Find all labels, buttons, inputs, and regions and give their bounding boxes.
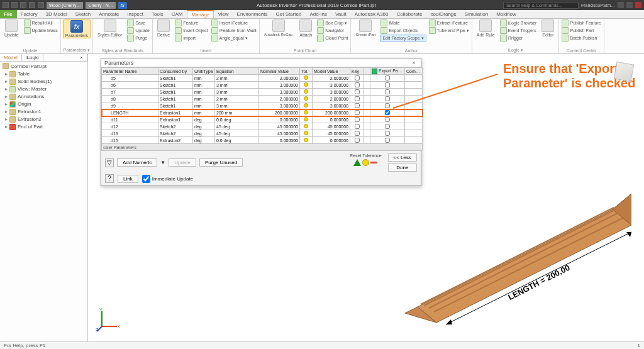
ribbon-tab-coolorange[interactable]: coolOrange <box>426 10 460 18</box>
publish-feature-button[interactable]: Publish Feature <box>561 19 601 26</box>
extract-ifeature-button[interactable]: Extract iFeature <box>428 19 470 26</box>
tree-node[interactable]: ▸Solid Bodies(1) <box>4 78 87 86</box>
key-checkbox[interactable] <box>355 124 360 129</box>
user-chip[interactable]: FranciscoPSim… <box>581 3 615 8</box>
col-header[interactable]: Parameter Name <box>102 68 158 75</box>
export-parameter-checkbox[interactable] <box>385 75 390 80</box>
ribbon-tab-environments[interactable]: Environments <box>233 10 272 18</box>
key-checkbox[interactable] <box>355 96 360 101</box>
key-checkbox[interactable] <box>355 89 360 94</box>
tree-node[interactable]: ▸End of Part <box>4 123 87 131</box>
key-checkbox[interactable] <box>355 82 360 87</box>
table-row[interactable]: d8Sketch1mm2 mm2.0000002.000000 <box>102 96 423 102</box>
tree-node[interactable]: ▸View: Master <box>4 86 87 93</box>
help-icon[interactable]: ? <box>105 174 114 183</box>
import-button[interactable]: Import <box>174 35 209 42</box>
add-numeric-button[interactable]: Add Numeric <box>117 158 157 167</box>
navigator-button[interactable]: Navigator <box>316 27 348 34</box>
ribbon-tab-annotate[interactable]: Annotate <box>95 10 123 18</box>
col-header[interactable]: Consumed by <box>158 68 193 75</box>
ribbon-tab-sketch[interactable]: Sketch <box>72 10 95 18</box>
minimize-icon[interactable] <box>618 2 624 8</box>
tree-node[interactable]: ▸Origin <box>4 101 87 108</box>
cloud-point-button[interactable]: Cloud Point <box>316 35 348 42</box>
col-header[interactable]: Model Value <box>313 68 350 75</box>
styles-editor-button[interactable]: Styles Editor <box>95 19 125 37</box>
col-header[interactable]: Commen <box>405 68 423 75</box>
qat-undo-icon[interactable] <box>20 2 26 8</box>
table-row[interactable]: d7Sketch1mm3 mm3.0000003.000000 <box>102 89 423 96</box>
help-search-input[interactable]: Search Help & Commands… <box>503 2 579 9</box>
table-row[interactable]: d13Sketch2deg45 deg45.00000045.000000 <box>102 130 423 137</box>
table-row[interactable]: LENGTHExtrusion1mm200 mm200.000000200.00… <box>102 109 423 116</box>
attach-button[interactable]: Attach <box>297 19 314 37</box>
col-header[interactable]: Equation <box>215 68 259 75</box>
qat-redo-icon[interactable] <box>29 2 35 8</box>
export-objects-button[interactable]: Export Objects <box>380 27 426 34</box>
angle-equal-dropdown[interactable]: Angle_equal ▾ <box>211 35 257 42</box>
export-parameter-checkbox[interactable] <box>385 89 390 94</box>
table-row[interactable]: d11Extrusion1deg0.0 deg0.0000000.000000 <box>102 116 423 123</box>
ribbon-tab-add-ins[interactable]: Add-Ins <box>306 10 331 18</box>
tree-node[interactable]: ▸Table <box>4 70 87 78</box>
tube-pipe-button[interactable]: Tube and Pipe ▾ <box>428 27 470 34</box>
ribbon-tab-factory[interactable]: Factory <box>17 10 42 18</box>
tree-node[interactable]: ▸Extrusion1 <box>4 108 87 116</box>
ribbon-tab-vault[interactable]: Vault <box>331 10 351 18</box>
qat-app-icon[interactable] <box>3 2 9 8</box>
material-dropdown-1[interactable]: Wood (Cherry… <box>47 2 83 9</box>
ribbon-tab-view[interactable]: View <box>214 10 233 18</box>
table-row[interactable]: d5Sketch1mm2 mm2.0000002.000000 <box>102 75 423 82</box>
qat-fx-icon[interactable]: fx <box>118 2 127 9</box>
table-row[interactable]: d9Sketch1mm3 mm3.0000003.000000 <box>102 102 423 109</box>
export-parameter-checkbox[interactable] <box>385 138 390 143</box>
close-icon[interactable] <box>635 2 641 8</box>
model-browser[interactable]: Model iLogic × Cornice iPart.ipt ▸Table▸… <box>0 54 88 341</box>
ribbon-tab-simulation[interactable]: Simulation <box>461 10 492 18</box>
publish-part-button[interactable]: Publish Part <box>561 27 601 34</box>
itrigger-button[interactable]: iTrigger <box>499 35 538 42</box>
browser-close-icon[interactable]: × <box>76 54 87 61</box>
styles-update-button[interactable]: Update <box>126 27 150 34</box>
update-button[interactable]: Update <box>2 19 21 37</box>
insert-object-button[interactable]: Insert Object <box>174 27 209 34</box>
quick-access-toolbar[interactable]: Wood (Cherry… Cherry - N… fx <box>0 2 130 9</box>
derive-button[interactable]: Derive <box>155 19 172 37</box>
styles-save-button[interactable]: Save <box>126 19 150 26</box>
table-row[interactable]: d12Sketch2deg45 deg45.00000045.000000 <box>102 123 423 130</box>
key-checkbox[interactable] <box>355 131 360 136</box>
key-checkbox[interactable] <box>355 117 360 122</box>
link-button[interactable]: Link <box>118 175 138 183</box>
ribbon-tab-inspect[interactable]: Inspect <box>123 10 148 18</box>
parameters-dialog[interactable]: Parameters × Parameter NameConsumed byUn… <box>101 58 421 186</box>
qat-home-icon[interactable] <box>38 2 44 8</box>
update-mass-button[interactable]: Update Mass <box>23 27 58 34</box>
ribbon-tab-cam[interactable]: CAM <box>168 10 187 18</box>
ribbon-tab-file[interactable]: File <box>0 10 17 18</box>
col-header[interactable]: Nominal Value <box>259 68 300 75</box>
key-checkbox[interactable] <box>355 138 360 143</box>
imate-button[interactable]: iMate <box>380 19 426 26</box>
key-checkbox[interactable] <box>355 103 360 108</box>
ribbon-tab-manage[interactable]: Manage <box>187 10 214 18</box>
filter-icon[interactable]: ▽ <box>105 158 114 167</box>
col-header[interactable]: Unit/Type <box>193 68 215 75</box>
update-button-dlg[interactable]: Update <box>169 158 196 167</box>
ribbon-tab-get-started[interactable]: Get Started <box>272 10 306 18</box>
ribbon-tab-autodesk-a360[interactable]: Autodesk A360 <box>351 10 393 18</box>
key-checkbox[interactable] <box>355 110 360 115</box>
export-parameter-checkbox[interactable] <box>385 117 390 122</box>
styles-purge-button[interactable]: Purge <box>126 35 150 42</box>
browser-tab-model[interactable]: Model <box>0 54 22 61</box>
export-parameter-checkbox[interactable] <box>385 103 390 108</box>
recap-button[interactable]: Autodesk ReCap <box>262 19 295 36</box>
export-parameter-checkbox[interactable] <box>385 110 390 115</box>
batch-publish-button[interactable]: Batch Publish <box>561 35 601 42</box>
ribbon-tab-collaborate[interactable]: Collaborate <box>392 10 426 18</box>
ifeature-from-vault-button[interactable]: iFeature from Vault <box>211 27 257 34</box>
browser-tab-ilogic[interactable]: iLogic <box>22 54 43 61</box>
event-triggers-button[interactable]: Event Triggers <box>499 27 538 34</box>
tree-node[interactable]: ▸Annotations <box>4 93 87 101</box>
root-node[interactable]: Cornice iPart.ipt <box>11 64 47 69</box>
create-ipart-button[interactable]: Create iPart <box>353 19 378 36</box>
